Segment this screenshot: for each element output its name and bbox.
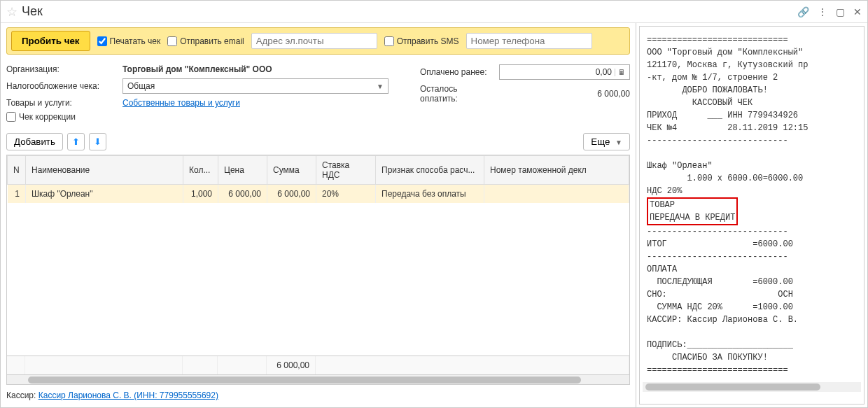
punch-check-button[interactable]: Пробить чек [11, 31, 90, 51]
send-email-label: Отправить email [180, 36, 244, 46]
cell-price[interactable]: 6 000,00 [218, 185, 267, 204]
cell-decl[interactable] [484, 185, 629, 204]
content-area: Пробить чек Печатать чек Отправить email… [1, 23, 867, 407]
window-title: Чек [22, 4, 797, 19]
tax-select[interactable]: Общая ▼ [122, 78, 388, 94]
more-icon[interactable]: ⋮ [818, 6, 827, 17]
check-window: ☆ Чек 🔗 ⋮ ▢ ✕ Пробить чек Печатать чек О… [0, 0, 868, 408]
remain-row: Осталось оплатить: 6 000,00 [420, 84, 630, 104]
org-label: Организация: [6, 64, 117, 74]
col-vat[interactable]: Ставка НДС [316, 156, 376, 185]
col-sum[interactable]: Сумма [267, 156, 316, 185]
paid-input[interactable]: 0,00 🖩 [499, 64, 630, 80]
col-qty[interactable]: Кол... [183, 156, 218, 185]
cell-method[interactable]: Передача без оплаты [376, 185, 484, 204]
correction-row: Чек коррекции [6, 112, 399, 122]
col-n[interactable]: N [8, 156, 26, 185]
form-right-column: Оплачено ранее: 0,00 🖩 Осталось оплатить… [420, 60, 630, 126]
email-field[interactable] [251, 33, 377, 49]
titlebar: ☆ Чек 🔗 ⋮ ▢ ✕ [1, 1, 867, 23]
correction-label: Чек коррекции [19, 112, 76, 122]
cell-vat[interactable]: 20% [316, 185, 376, 204]
goods-label: Товары и услуги: [6, 98, 117, 108]
move-down-button[interactable]: ⬇ [89, 133, 106, 150]
table-empty-area [7, 203, 629, 356]
receipt-text: ============================ ООО "Торгов… [643, 31, 861, 379]
send-sms-input[interactable] [384, 36, 394, 46]
table-footer: 6 000,00 [7, 356, 629, 374]
form-area: Организация: Торговый дом "Комплексный" … [6, 60, 630, 126]
goods-link[interactable]: Собственные товары и услуги [122, 98, 240, 108]
paid-row: Оплачено ранее: 0,00 🖩 [420, 64, 630, 80]
tax-value: Общая [127, 81, 155, 91]
cashier-label: Кассир: [6, 391, 36, 400]
tax-row: Налогообложение чека: Общая ▼ [6, 78, 399, 94]
left-pane: Пробить чек Печатать чек Отправить email… [1, 23, 636, 407]
remain-value: 6 000,00 [501, 89, 630, 99]
table-header: N Наименование Кол... Цена Сумма Ставка … [7, 155, 629, 203]
print-check-input[interactable] [97, 36, 107, 46]
remain-label: Осталось оплатить: [420, 84, 496, 104]
cashier-link[interactable]: Кассир Ларионова С. В. (ИНН: 77995555569… [38, 391, 218, 400]
org-value: Торговый дом "Комплексный" ООО [122, 64, 272, 74]
add-button[interactable]: Добавить [6, 133, 63, 150]
footer-sum: 6 000,00 [267, 356, 316, 374]
org-row: Организация: Торговый дом "Комплексный" … [6, 64, 399, 74]
send-sms-checkbox[interactable]: Отправить SMS [384, 36, 459, 46]
maximize-icon[interactable]: ▢ [836, 6, 845, 17]
correction-checkbox[interactable]: Чек коррекции [6, 112, 76, 122]
table-row[interactable]: 1 Шкаф "Орлеан" 1,000 6 000,00 6 000,00 … [8, 185, 629, 204]
more-label: Еще [591, 136, 610, 147]
phone-field[interactable] [466, 33, 592, 49]
send-sms-label: Отправить SMS [397, 36, 459, 46]
cell-qty[interactable]: 1,000 [183, 185, 218, 204]
highlighted-tovar: ТОВАР ПЕРЕДАЧА В КРЕДИТ [647, 197, 738, 225]
send-email-checkbox[interactable]: Отправить email [167, 36, 244, 46]
horizontal-scrollbar[interactable] [7, 374, 629, 384]
receipt-scrollbar[interactable] [643, 382, 861, 392]
col-name[interactable]: Наименование [26, 156, 183, 185]
receipt-preview: ============================ ООО "Торгов… [639, 26, 864, 405]
tax-label: Налогообложение чека: [6, 81, 117, 91]
correction-input[interactable] [6, 112, 16, 122]
move-up-button[interactable]: ⬆ [67, 133, 85, 150]
paid-label: Оплачено ранее: [420, 67, 493, 77]
col-price[interactable]: Цена [218, 156, 267, 185]
action-toolbar: Пробить чек Печатать чек Отправить email… [6, 27, 630, 55]
cell-name[interactable]: Шкаф "Орлеан" [26, 185, 183, 204]
cell-sum[interactable]: 6 000,00 [267, 185, 316, 204]
favorite-star-icon[interactable]: ☆ [6, 4, 18, 20]
col-method[interactable]: Признак способа расч... [376, 156, 484, 185]
link-icon[interactable]: 🔗 [797, 6, 809, 17]
close-icon[interactable]: ✕ [853, 6, 862, 17]
print-check-checkbox[interactable]: Печатать чек [97, 36, 161, 46]
window-controls: 🔗 ⋮ ▢ ✕ [797, 6, 862, 17]
paid-value: 0,00 [596, 67, 612, 77]
chevron-down-icon: ▼ [615, 139, 622, 146]
col-decl[interactable]: Номер таможенной декл [484, 156, 629, 185]
cell-n[interactable]: 1 [8, 185, 26, 204]
goods-row: Товары и услуги: Собственные товары и ус… [6, 98, 399, 108]
print-check-label: Печатать чек [110, 36, 161, 46]
send-email-input[interactable] [167, 36, 177, 46]
scrollbar-thumb[interactable] [28, 377, 581, 384]
receipt-scrollbar-thumb[interactable] [645, 384, 820, 391]
form-left-column: Организация: Торговый дом "Комплексный" … [6, 60, 399, 126]
table-toolbar: Добавить ⬆ ⬇ Еще ▼ [6, 133, 630, 150]
more-button[interactable]: Еще ▼ [583, 133, 630, 150]
dropdown-arrow-icon: ▼ [377, 83, 384, 90]
calculator-icon[interactable]: 🖩 [615, 69, 625, 76]
cashier-footer: Кассир: Кассир Ларионова С. В. (ИНН: 779… [6, 385, 630, 403]
items-table: N Наименование Кол... Цена Сумма Ставка … [6, 155, 630, 385]
